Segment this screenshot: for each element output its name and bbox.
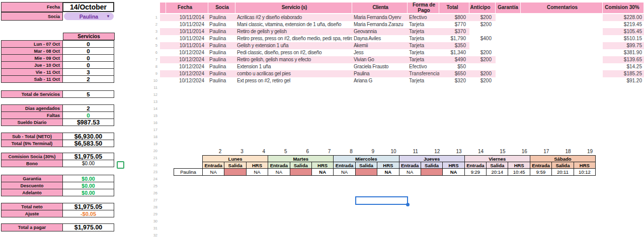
cell[interactable]	[521, 56, 603, 63]
cell[interactable]: 10/11/2014	[166, 14, 208, 21]
cell[interactable]: Paulina	[208, 49, 235, 56]
cell[interactable]: $381.90	[603, 49, 644, 56]
total-a-pagar-value[interactable]: $1,975.00	[62, 223, 114, 231]
cell[interactable]	[521, 14, 603, 21]
fill-handle[interactable]	[406, 203, 410, 206]
cell[interactable]: $14.25	[603, 63, 644, 70]
bono-checkbox[interactable]	[117, 161, 124, 169]
garantia-value[interactable]: $0.00	[62, 175, 114, 182]
cell[interactable]: $139.65	[603, 56, 644, 63]
hrs-cell[interactable]: NA	[443, 169, 464, 176]
salida-cell[interactable]	[290, 169, 311, 176]
cell[interactable]: 10/12/2024	[166, 77, 208, 84]
cell[interactable]: $219.45	[603, 21, 644, 28]
cell[interactable]: 10/12/2024	[166, 70, 208, 77]
cell[interactable]: $800	[439, 14, 469, 21]
cell[interactable]: Maria Fernanda Oyerv	[352, 14, 408, 21]
cell[interactable]: $200	[469, 70, 496, 77]
day-value[interactable]: 3	[62, 68, 114, 76]
cell[interactable]: $200	[469, 49, 496, 56]
cell[interactable]: 10/12/2024	[166, 56, 208, 63]
cell[interactable]	[496, 14, 521, 21]
day-value[interactable]: 0	[62, 61, 114, 69]
cell[interactable]	[496, 56, 521, 63]
cell[interactable]: Tarjeta	[408, 77, 439, 84]
cell[interactable]: Ariana G	[352, 77, 408, 84]
cell[interactable]	[521, 28, 603, 35]
cell[interactable]	[469, 28, 496, 35]
entrada-cell[interactable]: NA	[399, 169, 421, 176]
cell[interactable]: Maria Fernanda Zarazu	[352, 21, 408, 28]
cell[interactable]: $200	[469, 14, 496, 21]
cell[interactable]: $228.00	[603, 14, 644, 21]
cell[interactable]	[496, 28, 521, 35]
cell[interactable]: Paulina	[208, 35, 235, 42]
cell[interactable]: Retiro de gelish y gelish	[235, 28, 352, 35]
total-terminal-value[interactable]: $6,583.50	[62, 140, 114, 147]
cell[interactable]: Ext press on #2, retiro gel	[235, 77, 352, 84]
cell[interactable]: 10/11/2014	[166, 42, 208, 49]
hrs-cell[interactable]: NA	[311, 169, 333, 176]
cell[interactable]: Paulina	[208, 63, 235, 70]
selected-cell[interactable]	[355, 196, 408, 205]
cell[interactable]	[521, 63, 603, 70]
cell[interactable]	[521, 21, 603, 28]
cell[interactable]: $200	[469, 56, 496, 63]
entrada-cell[interactable]: NA	[203, 169, 224, 176]
day-value[interactable]: 2	[62, 75, 114, 83]
cell[interactable]: Paulina	[208, 28, 235, 35]
cell[interactable]: $350	[439, 42, 469, 49]
hrs-cell[interactable]: 10:12	[574, 169, 595, 176]
cell[interactable]: $91.20	[603, 77, 644, 84]
cell[interactable]	[496, 63, 521, 70]
ajuste-value[interactable]: -$0.05	[62, 210, 114, 217]
cell[interactable]: $370	[439, 28, 469, 35]
cell[interactable]: Pedi classic, diseño, press on #2, diseñ…	[235, 49, 352, 56]
chevron-down-icon[interactable]: ▼	[106, 14, 110, 19]
cell[interactable]: Tarjeta	[408, 21, 439, 28]
cell[interactable]	[496, 42, 521, 49]
hrs-cell[interactable]: 10:45	[508, 169, 530, 176]
day-value[interactable]: 0	[62, 47, 114, 55]
entrada-cell[interactable]: NA	[334, 169, 355, 176]
cell[interactable]: 10/11/2024	[166, 35, 208, 42]
cell[interactable]: Gelish y extension 1 uña	[235, 42, 352, 49]
cell[interactable]: Graciela Frausto	[352, 63, 408, 70]
salida-cell[interactable]	[355, 169, 377, 176]
hrs-cell[interactable]: NA	[246, 169, 268, 176]
cell[interactable]: Retiro press, press on #2, diseño medio,…	[235, 35, 352, 42]
cell[interactable]: Tarjeta	[408, 28, 439, 35]
cell[interactable]: Retiro gelish, gelish manos y efecto	[235, 56, 352, 63]
total-servicios-value[interactable]: 5	[62, 90, 114, 98]
cell[interactable]	[496, 49, 521, 56]
sub-total-value[interactable]: $6,930.00	[62, 133, 114, 140]
fecha-value-cell[interactable]: 14/October	[62, 2, 114, 12]
cell[interactable]: Paulina	[208, 56, 235, 63]
cell[interactable]: $770	[439, 21, 469, 28]
cell[interactable]: 10/11/2024	[166, 21, 208, 28]
cell[interactable]: Dayna Aviles	[352, 35, 408, 42]
dias-agendados-value[interactable]: 2	[62, 104, 114, 112]
hrs-cell[interactable]: NA	[377, 169, 399, 176]
cell[interactable]	[469, 63, 496, 70]
cell[interactable]	[521, 70, 603, 77]
cell[interactable]	[496, 35, 521, 42]
faltas-value[interactable]: 0	[62, 111, 114, 119]
cell[interactable]: Extension 1 uña	[235, 63, 352, 70]
cell[interactable]: $1,790	[439, 35, 469, 42]
cell[interactable]: Vivian Go	[352, 56, 408, 63]
cell[interactable]	[469, 42, 496, 49]
cell[interactable]: Acrilicas #2 y diseño elaborado	[235, 14, 352, 21]
cell[interactable]: Tarjeta	[408, 42, 439, 49]
cell[interactable]: Tarjeta	[408, 56, 439, 63]
cell[interactable]: 10/12/2024	[166, 49, 208, 56]
cell[interactable]: $200	[469, 21, 496, 28]
salida-cell[interactable]	[224, 169, 246, 176]
bono-value[interactable]: $0.00	[62, 160, 114, 167]
cell[interactable]: Tarjeta	[408, 35, 439, 42]
cell[interactable]	[496, 21, 521, 28]
cell[interactable]: $200	[469, 77, 496, 84]
cell[interactable]: Paulina	[208, 77, 235, 84]
cell[interactable]	[496, 77, 521, 84]
cell[interactable]: 10/11/2014	[166, 28, 208, 35]
